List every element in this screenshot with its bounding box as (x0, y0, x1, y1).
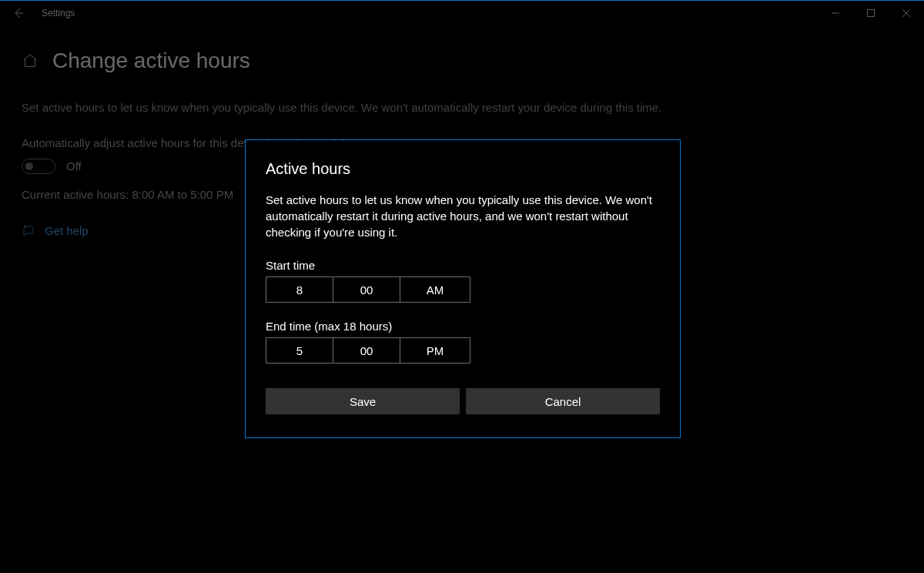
page-title: Change active hours (52, 49, 250, 73)
get-help-link[interactable]: Get help (45, 224, 89, 237)
maximize-button[interactable] (853, 1, 889, 25)
end-minute[interactable]: 00 (333, 338, 400, 363)
toggle-knob (25, 163, 33, 170)
active-hours-dialog: Active hours Set active hours to let us … (245, 139, 681, 438)
start-ampm[interactable]: AM (400, 277, 470, 302)
minimize-button[interactable] (818, 1, 853, 25)
cancel-button[interactable]: Cancel (466, 388, 660, 414)
close-icon (902, 9, 910, 17)
chat-help-icon (22, 224, 35, 238)
arrow-left-icon (12, 7, 25, 19)
home-icon[interactable] (22, 52, 38, 69)
window-titlebar: Settings (0, 1, 924, 25)
end-time-label: End time (max 18 hours) (266, 320, 660, 333)
page-description: Set active hours to let us know when you… (22, 99, 715, 116)
start-hour[interactable]: 8 (266, 277, 333, 302)
end-ampm[interactable]: PM (400, 338, 470, 363)
start-time-label: Start time (266, 259, 660, 272)
end-hour[interactable]: 5 (266, 338, 333, 363)
window-title: Settings (42, 8, 75, 18)
start-time-picker[interactable]: 8 00 AM (266, 276, 470, 303)
auto-adjust-toggle[interactable] (22, 159, 55, 174)
close-button[interactable] (889, 1, 924, 25)
start-minute[interactable]: 00 (333, 277, 400, 302)
window-controls (818, 1, 924, 25)
page-header: Change active hours (22, 49, 902, 73)
maximize-icon (867, 9, 875, 17)
back-button[interactable] (0, 1, 37, 25)
minimize-icon (832, 9, 839, 17)
toggle-state-label: Off (66, 159, 82, 173)
dialog-body: Set active hours to let us know when you… (266, 192, 658, 240)
svg-rect-0 (868, 10, 875, 17)
save-button[interactable]: Save (266, 388, 460, 414)
end-time-picker[interactable]: 5 00 PM (266, 337, 470, 364)
dialog-title: Active hours (266, 160, 660, 178)
dialog-button-row: Save Cancel (266, 388, 660, 414)
